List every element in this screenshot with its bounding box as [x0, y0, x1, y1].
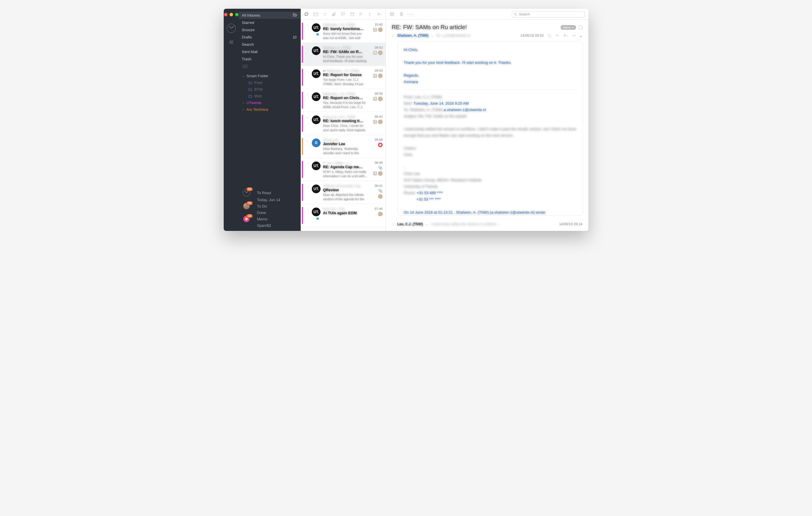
- bottom-memo[interactable]: Memo: [254, 216, 271, 222]
- message-time: 10:40: [375, 23, 383, 26]
- folder-snooze[interactable]: Snooze: [239, 26, 301, 33]
- message-subject: At TU/e again EOM: [323, 211, 368, 216]
- checklist-icon[interactable]: [368, 12, 373, 17]
- ai-icon[interactable]: AI: [226, 37, 236, 47]
- minimize-window-button[interactable]: [230, 13, 233, 16]
- smart-folder-fred[interactable]: Fred: [239, 79, 301, 86]
- sender-avatar-small: [378, 73, 383, 78]
- recipient-line: To: c.j.lee@utwente.nl: [436, 33, 470, 38]
- folder-drafts[interactable]: Drafts10: [239, 33, 301, 41]
- smart-folder-btw[interactable]: BTW: [239, 86, 301, 93]
- message-from: Krug et al., K.K. (TNW): [323, 115, 368, 119]
- action-expand-icon[interactable]: ⌄: [579, 33, 582, 38]
- star-toggle[interactable]: ☆: [306, 184, 310, 201]
- folder-search[interactable]: Search: [239, 41, 301, 48]
- trash-icon[interactable]: [399, 12, 404, 17]
- sender-avatar-small: [378, 96, 383, 101]
- svg-point-5: [344, 14, 344, 14]
- color-tag-circle[interactable]: [578, 25, 582, 29]
- account-utwente[interactable]: ›UTwente: [239, 99, 301, 106]
- message-item[interactable]: ☆ UT. Kruit, B.K. (TN) At TU/e again EOM…: [301, 204, 385, 227]
- flag-icon[interactable]: [359, 12, 364, 17]
- replied-icon: ↩: [323, 69, 326, 73]
- archive-icon[interactable]: [389, 12, 395, 17]
- bottom-to-read[interactable]: To Read: [254, 189, 275, 196]
- star-toggle[interactable]: ☆: [306, 161, 310, 178]
- thread-chevron-icon: ⌄: [425, 222, 428, 226]
- reader-sender-row: ☆ Shaheen, A. (TNW) ⌄ To: c.j.lee@utwent…: [386, 32, 588, 41]
- message-preview: Dear Chris, Chris, I wrote for your quic…: [323, 124, 368, 132]
- message-item[interactable]: ☆ UT. Krug et al., K.K. (TNW) RE: lunch …: [301, 112, 385, 135]
- message-item[interactable]: ☆ UT. Mathusien, J.A. (TNW) RE: barely f…: [301, 20, 385, 43]
- attachment-icon[interactable]: [331, 12, 336, 17]
- action-forward-icon[interactable]: [571, 33, 576, 38]
- star-outline-icon[interactable]: ☆: [391, 221, 395, 227]
- message-item[interactable]: ☆ UT. ↩ Mathusien, J.A. (TNW) RE: Report…: [301, 66, 385, 89]
- star-toggle[interactable]: ☆: [306, 207, 310, 224]
- account-ars-technica[interactable]: ›Ars Technica: [239, 106, 301, 113]
- search-icon: [514, 12, 517, 16]
- bottom-to-do[interactable]: To Do: [254, 203, 271, 209]
- message-list[interactable]: ☆ UT. Mathusien, J.A. (TNW) RE: barely f…: [301, 20, 385, 231]
- thread-count: 2: [373, 28, 377, 32]
- close-window-button[interactable]: [224, 13, 228, 16]
- message-item[interactable]: ☆ D Donna Lee Jennifer Lee Dear Barbara,…: [301, 135, 385, 158]
- snooze-clock-icon[interactable]: [226, 23, 236, 33]
- action-reply-all-icon[interactable]: [563, 33, 568, 38]
- message-item[interactable]: ☆ UT. P. van v. (Met+ s.c.) RE: Agenda C…: [301, 158, 385, 181]
- reply-icon[interactable]: [377, 12, 382, 17]
- bottom-spam[interactable]: Spam52: [254, 222, 275, 229]
- message-subject: RE: Report on Chris…: [323, 96, 368, 100]
- tag-close-icon[interactable]: ×: [572, 26, 574, 29]
- compose-icon[interactable]: [304, 12, 309, 17]
- message-item[interactable]: ☆ UT. Mathusien, J.A. (TNW) RE: Report o…: [301, 89, 385, 112]
- star-toggle[interactable]: ☆: [306, 46, 310, 63]
- search-input[interactable]: Search: [512, 11, 585, 18]
- star-toggle[interactable]: ☆: [306, 92, 310, 109]
- sender-avatar: UT.: [312, 185, 321, 193]
- bottom-flower-icon[interactable]: 24: [239, 216, 254, 222]
- chevron-right-icon: ›: [242, 101, 245, 104]
- star-toggle[interactable]: ☆: [306, 115, 310, 132]
- mark-read-icon[interactable]: [313, 12, 318, 17]
- message-item[interactable]: ☆ UT. TNW M+ M Secretary Cap QReview Dea…: [301, 181, 385, 204]
- bottom-done[interactable]: Done: [254, 209, 270, 216]
- star-outline-icon[interactable]: ☆: [391, 33, 395, 38]
- message-preview: Too large From: Lee, C.J. (TNW). Sent: d…: [323, 78, 368, 86]
- sender-avatar: UT.: [312, 69, 321, 78]
- reader-toolbar: ○○○ Search: [386, 9, 588, 20]
- folder-starred[interactable]: Starred: [239, 19, 301, 26]
- bottom-avatar-icon[interactable]: 29: [239, 203, 254, 209]
- folder-trash[interactable]: Trash: [239, 55, 301, 63]
- bottom-clock-icon[interactable]: 53: [239, 189, 254, 196]
- star-toggle[interactable]: ☆: [306, 23, 310, 40]
- chat-icon[interactable]: [341, 12, 346, 17]
- sender-name[interactable]: Shaheen, A. (TNW): [397, 33, 429, 38]
- more-icon[interactable]: ○○○: [408, 12, 413, 17]
- star-icon[interactable]: ☆: [322, 12, 327, 17]
- star-toggle[interactable]: ☆: [306, 69, 310, 86]
- sync-icon[interactable]: [293, 12, 298, 17]
- fullscreen-window-button[interactable]: [235, 13, 239, 16]
- smart-folder-header[interactable]: ⌄ Smart Folder: [239, 72, 301, 79]
- thread-count: 3: [373, 120, 377, 124]
- smart-folder-wim[interactable]: Wim: [239, 93, 301, 99]
- folder-sent-mail[interactable]: Sent Mail: [239, 48, 301, 55]
- bottom-today-jun-14[interactable]: Today, Jun 14: [254, 196, 284, 203]
- folder-all-inboxes[interactable]: All Inboxes53: [239, 12, 301, 19]
- inbox-tag[interactable]: Inbox ×: [560, 25, 576, 30]
- message-item[interactable]: ☆ UT. Shaheen, A. (TNW) RE: FW: SAMs on …: [301, 43, 385, 66]
- action-chat-icon[interactable]: [547, 33, 552, 38]
- attachment-icon: 📎: [378, 165, 383, 170]
- sender-chevron-icon[interactable]: ⌄: [431, 33, 434, 38]
- calendar-icon[interactable]: [350, 12, 355, 17]
- star-toggle[interactable]: ☆: [306, 138, 310, 155]
- message-preview: Dear Barbara, Yesterday Jennifer and I w…: [323, 147, 368, 155]
- message-preview: Yes, because it is too large for ASML em…: [323, 100, 368, 109]
- thread-next-row[interactable]: ☆ Lee, C.J. (TNW) ⌄ I extensively edited…: [386, 219, 588, 231]
- sidebar-main: All Inboxes53StarredSnoozeDrafts10Search…: [239, 9, 301, 231]
- sender-avatar-small: [378, 212, 383, 216]
- action-reply-icon[interactable]: [555, 33, 560, 38]
- sender-avatar: D: [312, 139, 321, 147]
- message-body: Hi Chris, Thank you for your kind feedba…: [398, 41, 583, 216]
